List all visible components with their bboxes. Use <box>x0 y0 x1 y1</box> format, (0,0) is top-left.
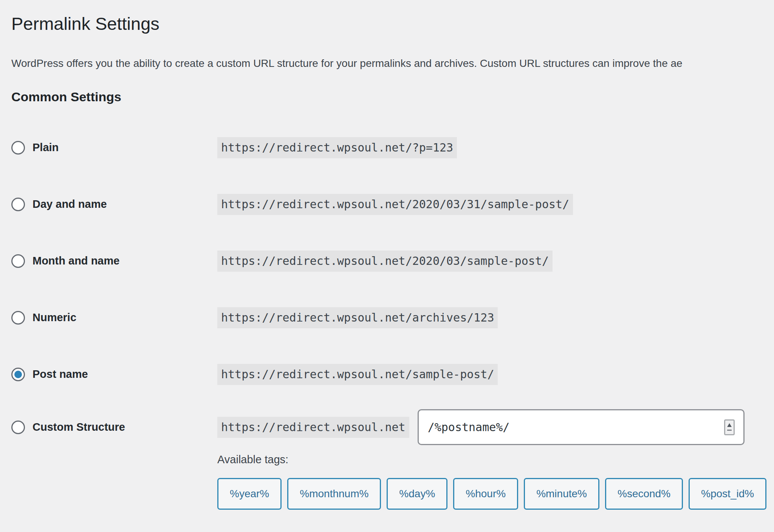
common-settings-rows: Plain https://redirect.wpsoul.net/?p=123… <box>11 119 774 510</box>
autofill-icon[interactable] <box>724 419 735 435</box>
permalink-option-row: Post name https://redirect.wpsoul.net/sa… <box>11 346 774 403</box>
custom-base-url: https://redirect.wpsoul.net <box>217 417 409 438</box>
permalink-example-post-name: https://redirect.wpsoul.net/sample-post/ <box>217 364 498 385</box>
tag-button-post-id[interactable]: %post_id% <box>689 478 766 510</box>
custom-structure-input[interactable] <box>418 409 745 445</box>
radio-month-name[interactable] <box>11 254 25 268</box>
permalink-option-row: Plain https://redirect.wpsoul.net/?p=123 <box>11 119 774 176</box>
radio-plain[interactable] <box>11 141 25 155</box>
page-title: Permalink Settings <box>11 13 774 35</box>
available-tags-label: Available tags: <box>217 453 766 466</box>
tag-button-second[interactable]: %second% <box>605 478 683 510</box>
section-heading-common-settings: Common Settings <box>11 90 774 104</box>
permalink-example-month-name: https://redirect.wpsoul.net/2020/03/samp… <box>217 251 553 272</box>
custom-structure-label[interactable]: Custom Structure <box>33 421 125 433</box>
permalink-example-numeric: https://redirect.wpsoul.net/archives/123 <box>217 307 498 328</box>
option-label-month-name[interactable]: Month and name <box>33 255 119 267</box>
option-label-post-name[interactable]: Post name <box>33 368 88 380</box>
radio-day-name[interactable] <box>11 198 25 211</box>
radio-numeric[interactable] <box>11 311 25 325</box>
permalink-option-row: Day and name https://redirect.wpsoul.net… <box>11 176 774 233</box>
permalink-settings-page: Permalink Settings WordPress offers you … <box>0 0 774 510</box>
permalink-example-plain: https://redirect.wpsoul.net/?p=123 <box>217 137 457 158</box>
tag-button-day[interactable]: %day% <box>387 478 447 510</box>
permalink-example-day-name: https://redirect.wpsoul.net/2020/03/31/s… <box>217 194 573 215</box>
radio-custom-structure[interactable] <box>11 421 25 434</box>
tag-button-monthnum[interactable]: %monthnum% <box>287 478 381 510</box>
custom-structure-row: Custom Structure https://redirect.wpsoul… <box>11 403 774 510</box>
tag-button-hour[interactable]: %hour% <box>453 478 518 510</box>
available-tags-row: %year% %monthnum% %day% %hour% %minute% … <box>217 478 766 510</box>
permalink-option-row: Month and name https://redirect.wpsoul.n… <box>11 233 774 289</box>
option-label-plain[interactable]: Plain <box>33 141 59 154</box>
option-label-day-name[interactable]: Day and name <box>33 198 107 210</box>
option-label-numeric[interactable]: Numeric <box>33 311 76 324</box>
tag-button-minute[interactable]: %minute% <box>524 478 599 510</box>
page-description: WordPress offers you the ability to crea… <box>11 56 774 71</box>
permalink-option-row: Numeric https://redirect.wpsoul.net/arch… <box>11 289 774 346</box>
tag-button-year[interactable]: %year% <box>217 478 282 510</box>
radio-post-name[interactable] <box>11 368 25 381</box>
